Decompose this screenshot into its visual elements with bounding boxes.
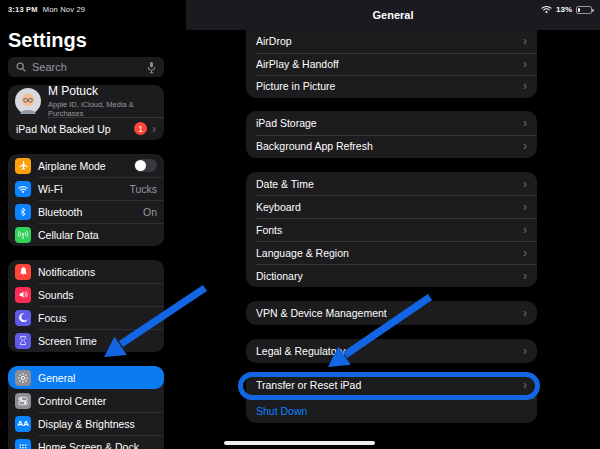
row-fonts[interactable]: Fonts› [246,218,537,241]
chevron-right-icon: › [523,379,527,391]
chevron-right-icon: › [523,201,527,213]
ipad-settings-screen: 3:13 PMMon Nov 29 Settings Search M Potu… [0,0,600,449]
sidebar-item-wifi[interactable]: Wi-Fi Tucks [8,177,164,200]
profile-subtitle: Apple ID, iCloud, Media & Purchases [48,100,157,118]
row-transfer-or-reset-ipad[interactable]: Transfer or Reset iPad› [246,372,537,398]
sidebar-item-bluetooth[interactable]: Bluetooth On [8,200,164,223]
chevron-right-icon: › [523,35,527,47]
group-reset: Transfer or Reset iPad› Shut Down [246,372,537,423]
group-legal: Legal & Regulatory› [246,339,537,363]
search-icon [15,61,27,73]
group-storage: iPad Storage› Background App Refresh› [246,111,537,158]
group-airdrop: AirDrop› AirPlay & Handoff› Picture in P… [246,30,537,98]
speaker-icon [15,287,31,303]
battery-icon [576,6,592,14]
chevron-right-icon: › [523,270,527,282]
notification-badge: 1 [134,122,147,135]
row-legal-regulatory[interactable]: Legal & Regulatory› [246,339,537,363]
home-indicator[interactable] [224,441,375,445]
status-date: Mon Nov 29 [43,5,85,14]
chevron-right-icon: › [523,307,527,319]
sidebar-item-focus[interactable]: Focus [8,306,164,329]
row-dictionary[interactable]: Dictionary› [246,264,537,287]
bell-icon [15,264,31,280]
sidebar-item-home-screen-dock[interactable]: Home Screen & Dock [8,435,164,449]
row-background-app-refresh[interactable]: Background App Refresh› [246,135,537,159]
row-picture-in-picture[interactable]: Picture in Picture› [246,75,537,98]
hourglass-icon [15,333,31,349]
sidebar-item-display-brightness[interactable]: AA Display & Brightness [8,412,164,435]
row-keyboard[interactable]: Keyboard› [246,195,537,218]
airplane-mode-toggle[interactable] [134,159,157,172]
row-airplay-handoff[interactable]: AirPlay & Handoff› [246,53,537,76]
bluetooth-icon [15,204,31,220]
search-input[interactable]: Search [8,57,164,77]
profile-name: M Potuck [48,85,157,98]
chevron-right-icon: › [523,58,527,70]
sidebar-item-cellular-data[interactable]: Cellular Data [8,223,164,246]
sidebar-group-connectivity: Airplane Mode Wi-Fi Tucks Bluetooth On C… [8,154,164,246]
gear-icon [15,370,31,386]
sidebar-group-general: General Control Center AA Display & Brig… [8,366,164,449]
status-bar-right: 13% [541,5,592,14]
chevron-right-icon: › [523,224,527,236]
apple-id-row[interactable]: M Potuck Apple ID, iCloud, Media & Purch… [8,85,164,117]
row-language-region[interactable]: Language & Region› [246,241,537,264]
sidebar-item-airplane-mode[interactable]: Airplane Mode [8,154,164,177]
wifi-status-icon [541,5,552,14]
sidebar-item-sounds[interactable]: Sounds [8,283,164,306]
homescreen-icon [15,439,31,449]
row-airdrop[interactable]: AirDrop› [246,30,537,53]
backup-label: iPad Not Backed Up [16,123,129,135]
page-title: Settings [8,29,87,52]
chevron-right-icon: › [523,140,527,152]
wifi-network-value: Tucks [129,183,157,195]
chevron-right-icon: › [152,123,156,135]
wifi-icon [15,181,31,197]
chevron-right-icon: › [523,117,527,129]
row-shut-down[interactable]: Shut Down [246,398,537,423]
row-date-time[interactable]: Date & Time› [246,172,537,195]
cellular-icon [15,227,31,243]
avatar [15,88,41,114]
sidebar-item-notifications[interactable]: Notifications [8,260,164,283]
chevron-right-icon: › [523,178,527,190]
general-pane: General 13% AirDrop› AirPlay & Handoff› … [186,0,600,449]
display-icon: AA [15,416,31,432]
settings-sidebar: 3:13 PMMon Nov 29 Settings Search M Potu… [0,0,186,449]
group-locale: Date & Time› Keyboard› Fonts› Language &… [246,172,537,287]
search-placeholder: Search [32,61,141,73]
sidebar-group-notifications: Notifications Sounds Focus Screen Time [8,260,164,352]
microphone-icon[interactable] [146,61,157,74]
battery-percent: 13% [556,5,572,14]
row-vpn-device-management[interactable]: VPN & Device Management› [246,301,537,325]
status-time: 3:13 PM [8,5,38,14]
status-bar-left: 3:13 PMMon Nov 29 [8,5,85,14]
moon-icon [15,310,31,326]
pane-header: General 13% [186,0,600,30]
row-ipad-storage[interactable]: iPad Storage› [246,111,537,135]
toggles-icon [15,393,31,409]
apple-id-card[interactable]: M Potuck Apple ID, iCloud, Media & Purch… [8,85,164,140]
bluetooth-state-value: On [143,206,157,218]
sidebar-item-control-center[interactable]: Control Center [8,389,164,412]
chevron-right-icon: › [523,345,527,357]
airplane-icon [15,158,31,174]
backup-warning-row[interactable]: iPad Not Backed Up 1 › [8,117,164,140]
sidebar-item-screen-time[interactable]: Screen Time [8,329,164,352]
chevron-right-icon: › [523,247,527,259]
pane-title: General [186,9,600,21]
group-vpn: VPN & Device Management› [246,301,537,325]
chevron-right-icon: › [523,80,527,92]
sidebar-item-general[interactable]: General [8,366,164,389]
